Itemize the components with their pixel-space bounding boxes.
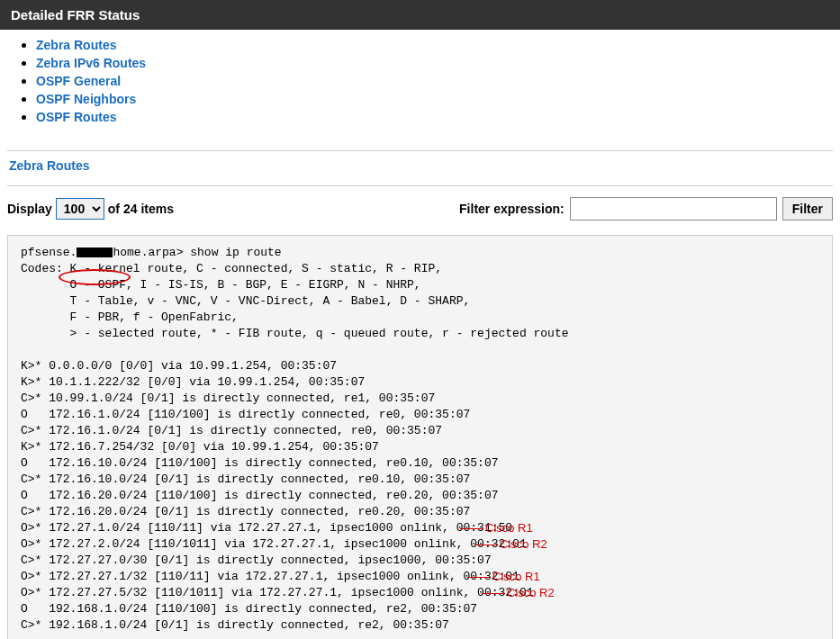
codes-line-2: T - Table, v - VNC, V - VNC-Direct, A - … <box>21 294 470 308</box>
terminal-hostname-prefix: pfsense. <box>21 246 77 259</box>
route-line-11: O>* 172.27.2.0/24 [110/1011] via 172.27.… <box>21 537 527 551</box>
section-divider-2 <box>7 185 833 186</box>
route-line-8: O 172.16.20.0/24 [110/100] is directly c… <box>21 489 499 502</box>
redacted-hostname <box>77 248 113 257</box>
controls-right: Filter expression: Filter <box>459 197 833 220</box>
codes-line-4: > - selected route, * - FIB route, q - q… <box>21 327 569 340</box>
section-title: Zebra Routes <box>0 151 840 185</box>
controls-left: Display 100 of 24 items <box>7 198 174 220</box>
nav-link-ospf-routes[interactable]: OSPF Routes <box>36 110 116 124</box>
route-line-16: C>* 192.168.1.0/24 [0/1] is directly con… <box>21 618 449 632</box>
terminal-hostname-suffix: home.arpa> <box>113 246 183 259</box>
route-line-13: O>* 172.27.27.1/32 [110/11] via 172.27.2… <box>21 570 519 583</box>
controls-row: Display 100 of 24 items Filter expressio… <box>0 194 840 230</box>
codes-line-0: Codes: K - kernel route, C - connected, … <box>21 262 442 275</box>
route-line-15: O 192.168.1.0/24 [110/100] is directly c… <box>21 602 477 616</box>
nav-link-zebra-routes[interactable]: Zebra Routes <box>36 38 116 52</box>
filter-button[interactable]: Filter <box>782 197 833 220</box>
nav-link-ospf-neighbors[interactable]: OSPF Neighbors <box>36 92 136 106</box>
nav-link-ospf-general[interactable]: OSPF General <box>36 74 121 88</box>
filter-expression-input[interactable] <box>570 197 777 220</box>
filter-expression-label: Filter expression: <box>459 202 565 216</box>
route-line-0: K>* 0.0.0.0/0 [0/0] via 10.99.1.254, 00:… <box>21 359 337 373</box>
route-line-9: C>* 172.16.20.0/24 [0/1] is directly con… <box>21 505 470 518</box>
route-line-10: O>* 172.27.1.0/24 [110/11] via 172.27.27… <box>21 521 512 535</box>
display-label: Display <box>7 202 52 216</box>
route-line-5: K>* 172.16.7.254/32 [0/0] via 10.99.1.25… <box>21 440 379 454</box>
page-title: Detailed FRR Status <box>11 7 140 22</box>
nav-links-list: Zebra Routes Zebra IPv6 Routes OSPF Gene… <box>0 30 840 132</box>
route-line-3: O 172.16.1.0/24 [110/100] is directly co… <box>21 408 470 421</box>
route-line-14: O>* 172.27.27.5/32 [110/1011] via 172.27… <box>21 586 534 599</box>
nav-link-zebra-ipv6-routes[interactable]: Zebra IPv6 Routes <box>36 56 146 70</box>
route-line-1: K>* 10.1.1.222/32 [0/0] via 10.99.1.254,… <box>21 375 365 389</box>
page-header: Detailed FRR Status <box>0 0 840 30</box>
terminal-command: show ip route <box>190 246 281 259</box>
route-line-2: C>* 10.99.1.0/24 [0/1] is directly conne… <box>21 392 435 405</box>
terminal-output: pfsense.home.arpa> show ip route Codes: … <box>7 235 833 639</box>
of-items-text: of 24 items <box>108 202 174 216</box>
route-line-6: O 172.16.10.0/24 [110/100] is directly c… <box>21 456 499 470</box>
codes-line-3: F - PBR, f - OpenFabric, <box>21 310 239 324</box>
route-line-4: C>* 172.16.1.0/24 [0/1] is directly conn… <box>21 424 442 437</box>
codes-line-1: O - OSPF, I - IS-IS, B - BGP, E - EIGRP,… <box>21 278 421 292</box>
display-count-select[interactable]: 100 <box>56 198 104 220</box>
route-line-7: C>* 172.16.10.0/24 [0/1] is directly con… <box>21 472 470 486</box>
route-line-12: C>* 172.27.27.0/30 [0/1] is directly con… <box>21 554 492 567</box>
